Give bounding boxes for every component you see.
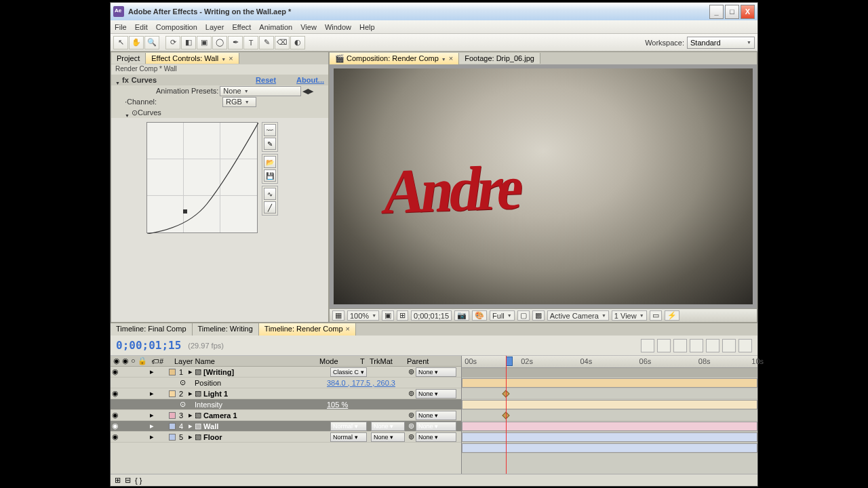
channel-icon[interactable]: ▣	[382, 310, 394, 321]
menu-help[interactable]: Help	[359, 23, 375, 31]
camera-tool[interactable]: ◧	[181, 36, 196, 49]
curves-row[interactable]: ⊙ Curves	[111, 107, 328, 118]
minimize-button[interactable]: _	[709, 5, 724, 19]
layer-row[interactable]: ◉ ▸ 2 ▸ ▧Light 1 ⊚None ▾	[111, 388, 461, 399]
channel-row: · Channel: RGB	[111, 96, 328, 107]
draft-3d-icon[interactable]	[657, 339, 671, 352]
menu-view[interactable]: View	[300, 23, 317, 31]
toggle-switches-icon[interactable]: ⊞	[115, 476, 121, 485]
composition-panel: 🎬 Composition: Render Comp× Footage: Dri…	[329, 52, 757, 323]
curve-linear-icon[interactable]: ╱	[264, 201, 276, 214]
zoom-dropdown[interactable]: 100%	[347, 310, 379, 321]
curve-open-icon[interactable]: 📂	[264, 156, 276, 168]
fast-preview-icon[interactable]: ⚡	[665, 310, 679, 321]
snapshot-icon[interactable]: 📷	[454, 310, 469, 321]
tab-project[interactable]: Project	[111, 53, 146, 64]
menu-animation[interactable]: Animation	[259, 23, 292, 31]
menu-file[interactable]: File	[115, 23, 127, 31]
animation-presets-dropdown[interactable]: None	[220, 86, 301, 96]
brush-tool[interactable]: ✎	[259, 36, 274, 49]
selection-tool[interactable]: ↖	[113, 36, 128, 49]
pan-behind-tool[interactable]: ▣	[197, 36, 212, 49]
animation-presets-row: Animation Presets: None ◀▶	[111, 85, 328, 96]
clone-tool[interactable]: ⌫	[275, 36, 290, 49]
tab-timeline-final[interactable]: Timeline: Final Comp	[111, 323, 193, 336]
text-tool[interactable]: T	[243, 36, 258, 49]
camera-dropdown[interactable]: Active Camera	[547, 310, 609, 321]
menu-window[interactable]: Window	[325, 23, 351, 31]
layer-row[interactable]: ◉ ▸ 3 ▸ ▧Camera 1 ⊚None ▾	[111, 410, 461, 421]
maximize-button[interactable]: □	[725, 5, 739, 19]
twirl-icon[interactable]	[125, 110, 130, 115]
brainstorm-icon[interactable]	[722, 339, 736, 352]
menu-effect[interactable]: Effect	[232, 23, 251, 31]
layer-row[interactable]: ◉ ▸ 5 ▸ ▧Floor Normal ▾ None ▾ ⊚None ▾	[111, 432, 461, 443]
effect-controls-panel: Project Effect Controls: Wall× Render Co…	[111, 52, 329, 323]
timeline-tracks[interactable]: 00s 02s 04s 06s 08s 10s	[462, 356, 757, 474]
about-link[interactable]: About...	[296, 76, 324, 84]
view-dropdown[interactable]: 1 View	[612, 310, 647, 321]
curve-save-icon[interactable]: 💾	[264, 169, 276, 182]
window-title: Adobe After Effects - Writing on the Wal…	[128, 7, 709, 16]
comp-flowchart-icon[interactable]	[641, 339, 654, 352]
layer-list: ◉ ◉ ○ 🔒 🏷 # Layer Name Mode T TrkMat Par…	[111, 356, 462, 474]
workspace-dropdown[interactable]: Standard	[687, 37, 755, 49]
layer-row[interactable]: ◉ ▸ 1 ▸ ▧[Writing] Classic C ▾ ⊚None ▾	[111, 367, 461, 378]
curve-pencil-icon[interactable]: ✎	[264, 138, 276, 150]
effect-curves-header[interactable]: fx Curves Reset About...	[111, 75, 328, 85]
tab-composition[interactable]: 🎬 Composition: Render Comp×	[330, 53, 459, 64]
zoom-tool[interactable]: 🔍	[144, 36, 159, 49]
brackets-icon[interactable]: { }	[135, 476, 142, 485]
cti-head[interactable]	[506, 357, 513, 366]
menu-layer[interactable]: Layer	[205, 23, 224, 31]
hand-tool[interactable]: ✋	[129, 36, 144, 49]
grid-icon[interactable]: ▦	[332, 310, 344, 321]
timeline-footer: ⊞ ⊟ { }	[111, 474, 757, 486]
tab-effect-controls[interactable]: Effect Controls: Wall×	[146, 53, 239, 64]
menu-edit[interactable]: Edit	[135, 23, 148, 31]
tab-timeline-render[interactable]: Timeline: Render Comp×	[259, 323, 356, 336]
shy-icon[interactable]	[673, 339, 687, 352]
title-bar[interactable]: Adobe After Effects - Writing on the Wal…	[111, 3, 757, 20]
eraser-tool[interactable]: ◐	[290, 36, 305, 49]
menu-composition[interactable]: Composition	[156, 23, 197, 31]
grid-toggle-icon[interactable]: ⊞	[397, 310, 408, 321]
property-row[interactable]: ⊙ Position 384.0 , 177.5 , 260.3	[111, 378, 461, 388]
app-icon	[113, 6, 124, 17]
current-time-indicator[interactable]	[506, 356, 507, 474]
close-icon[interactable]: ×	[229, 54, 233, 62]
time-display[interactable]: 0;00;01;15	[411, 310, 452, 321]
layer-row[interactable]: ◉ ▸ 4 ▸ ▧Wall Normal ▾ None ▾ ⊚None ▾	[111, 421, 461, 432]
motion-blur-icon[interactable]	[706, 339, 719, 352]
viewer-toolbar: ▦ 100% ▣ ⊞ 0;00;01;15 📷 🎨 Full ▢ ▩ Activ…	[330, 308, 757, 322]
close-icon[interactable]: ×	[346, 325, 350, 333]
shape-tool[interactable]: ◯	[212, 36, 227, 49]
rotate-tool[interactable]: ⟳	[165, 36, 180, 49]
close-button[interactable]: X	[741, 5, 755, 19]
curves-graph[interactable]	[146, 122, 258, 233]
toggle-modes-icon[interactable]: ⊟	[125, 476, 131, 485]
property-row[interactable]: ⊙ Intensity 105 %	[111, 399, 461, 410]
app-window: Adobe After Effects - Writing on the Wal…	[110, 2, 758, 487]
resolution-dropdown[interactable]: Full	[490, 310, 515, 321]
close-icon[interactable]: ×	[449, 54, 453, 62]
menu-bar: File Edit Composition Layer Effect Anima…	[111, 20, 757, 34]
channel-dropdown[interactable]: RGB	[222, 97, 256, 107]
transparency-icon[interactable]: ▩	[532, 310, 545, 321]
pen-tool[interactable]: ✒	[228, 36, 243, 49]
curve-bezier-icon[interactable]: 〰	[264, 124, 276, 136]
current-time[interactable]: 0;00;01;15	[116, 339, 181, 352]
curve-smooth-icon[interactable]: ∿	[264, 188, 276, 200]
region-icon[interactable]: ▢	[517, 310, 530, 321]
pixel-aspect-icon[interactable]: ▭	[650, 310, 662, 321]
svg-rect-0	[183, 209, 187, 214]
color-icon[interactable]: 🎨	[472, 310, 487, 321]
effect-source-label: Render Comp * Wall	[111, 64, 328, 75]
frame-blend-icon[interactable]	[690, 339, 703, 352]
composition-viewer[interactable]: Andre	[330, 64, 757, 308]
reset-link[interactable]: Reset	[256, 76, 276, 84]
tab-footage[interactable]: Footage: Drip_06.jpg	[459, 53, 540, 64]
tab-timeline-writing[interactable]: Timeline: Writing	[193, 323, 259, 336]
twirl-icon[interactable]	[115, 78, 120, 83]
graph-editor-icon[interactable]	[738, 339, 752, 352]
